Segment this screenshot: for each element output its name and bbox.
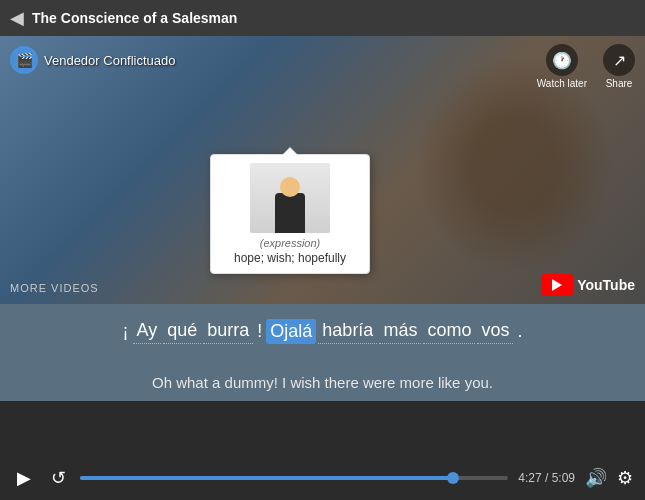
channel-name: Vendedor Conflictuado [44,53,176,68]
progress-fill [80,476,453,480]
settings-button[interactable]: ⚙ [617,467,633,489]
channel-badge: 🎬 Vendedor Conflictuado [10,46,176,74]
spanish-sentence: ¡Ayquéburra!Ojaláhabríamáscomovos. [20,318,625,344]
youtube-logo: YouTube [541,274,635,296]
spanish-word[interactable]: Ojalá [266,319,316,344]
spanish-word[interactable]: como [423,318,475,344]
progress-thumb [447,472,459,484]
share-label: Share [606,78,633,89]
play-button[interactable]: ▶ [12,466,36,490]
punctuation: ! [255,319,264,344]
page-title: The Conscience of a Salesman [32,10,237,26]
youtube-text: YouTube [577,277,635,293]
time-display: 4:27 / 5:09 [518,471,575,485]
watch-later-button[interactable]: 🕐 Watch later [537,44,587,89]
video-player[interactable]: 🎬 Vendedor Conflictuado 🕐 Watch later ↗ … [0,36,645,304]
header: ◀ The Conscience of a Salesman [0,0,645,36]
progress-bar[interactable] [80,476,508,480]
punctuation: . [515,319,524,344]
spanish-word[interactable]: qué [163,318,201,344]
channel-icon: 🎬 [10,46,38,74]
tooltip-definition: hope; wish; hopefully [219,251,361,265]
sign-figure [260,168,320,233]
more-videos-label[interactable]: MORE VIDEOS [10,282,99,294]
spanish-word[interactable]: más [379,318,421,344]
tooltip-expression: (expression) [219,237,361,249]
watch-later-label: Watch later [537,78,587,89]
spanish-word[interactable]: burra [203,318,253,344]
word-tooltip: (expression) hope; wish; hopefully [210,154,370,274]
back-button[interactable]: ◀ [10,7,24,29]
spanish-word[interactable]: Ay [133,318,162,344]
video-actions: 🕐 Watch later ↗ Share [537,44,635,89]
youtube-icon [541,274,573,296]
share-icon: ↗ [603,44,635,76]
english-translation: Oh what a dummy! I wish there were more … [20,374,625,391]
controls-bar: ▶ ↺ 4:27 / 5:09 🔊 ⚙ [0,456,645,500]
video-figure [415,56,615,276]
spanish-word[interactable]: habría [318,318,377,344]
subtitle-area: ¡Ayquéburra!Ojaláhabríamáscomovos. Oh wh… [0,304,645,401]
sign-language-image [250,163,330,233]
replay-button[interactable]: ↺ [46,466,70,490]
share-button[interactable]: ↗ Share [603,44,635,89]
spanish-word[interactable]: vos [477,318,513,344]
watch-later-icon: 🕐 [546,44,578,76]
punctuation: ¡ [121,319,131,344]
volume-button[interactable]: 🔊 [585,467,607,489]
